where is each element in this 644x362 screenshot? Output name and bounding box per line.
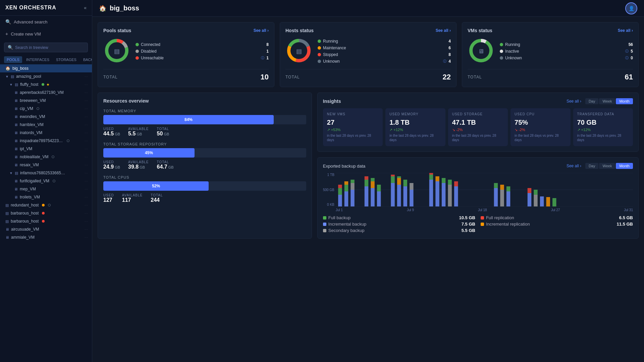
sidebar-item-fluffy-host[interactable]: ▼ ▤ fluffy_host ★ ··· — [0, 80, 92, 88]
svg-rect-42 — [429, 180, 433, 206]
sidebar-item-big-boss[interactable]: 🏠 big_boss — [0, 64, 92, 72]
vms-unknown-dot — [500, 56, 503, 60]
cpus-section: TOTAL CPUS 52% USED 127 AVAILABLE 117 — [103, 175, 306, 203]
tab-pools[interactable]: POOLS — [4, 56, 22, 63]
sidebar-item-amazing-pool[interactable]: ▼ ▤ amazing_pool ··· — [0, 72, 92, 80]
status-circle — [42, 83, 44, 86]
create-vm-action[interactable]: + Create new VM — [0, 28, 92, 40]
sidebar-item-ipt-vm[interactable]: 🖥 ipt_VM ··· — [0, 145, 92, 153]
vm-icon: 🖥 — [14, 187, 18, 191]
treeview-search[interactable]: 🔍 — [4, 43, 88, 52]
collapse-button[interactable]: « — [84, 5, 87, 10]
more-options-icon[interactable]: ··· — [85, 219, 88, 224]
backup-see-all[interactable]: See all › — [567, 164, 581, 168]
item-label: amazing_pool — [16, 74, 41, 79]
more-options-icon[interactable]: ··· — [85, 195, 88, 199]
more-options-icon[interactable]: ··· — [85, 74, 88, 79]
more-options-icon[interactable]: ··· — [85, 146, 88, 151]
sidebar-header: XEN ORCHESTRA « — [0, 0, 92, 16]
sidebar-item-redundant-host[interactable]: ▤ redundant_host ··· — [0, 201, 92, 209]
sidebar-item-ammiale-vm[interactable]: 🖥 ammiale_VM ··· — [0, 233, 92, 241]
backup-week-btn[interactable]: Week — [599, 163, 615, 169]
svg-rect-57 — [506, 191, 510, 206]
resources-insights-row: Resources overview TOTAL MEMORY 84% USED… — [98, 93, 639, 239]
vms-running-label: Running — [505, 42, 627, 47]
sidebar-item-inspadrate-vm[interactable]: 🖥 inspadrate7897542233665532… ··· — [0, 137, 92, 145]
unknown-count: 4 — [448, 59, 451, 64]
more-options-icon[interactable]: ··· — [85, 90, 88, 95]
star-icon: ★ — [46, 82, 50, 87]
more-options-icon[interactable]: ··· — [85, 187, 88, 191]
svg-rect-64 — [546, 197, 550, 206]
svg-rect-48 — [442, 178, 445, 183]
disabled-label: Disabled — [141, 49, 264, 54]
more-options-icon[interactable]: ··· — [85, 179, 88, 183]
sidebar-item-cip-vm[interactable]: 🖥 cip_VM ··· — [0, 105, 92, 113]
svg-rect-22 — [351, 183, 354, 190]
sidebar-item-furificigalled-vm[interactable]: 🖥 furificigalled_VM ··· — [0, 177, 92, 185]
more-options-icon[interactable]: ··· — [85, 203, 88, 207]
more-options-icon[interactable]: ··· — [85, 171, 88, 175]
more-options-icon[interactable]: ··· — [85, 122, 88, 127]
sidebar-item-troilets-vm[interactable]: 🖥 troilets_VM ··· — [0, 193, 92, 201]
tab-interfaces[interactable]: INTERFACES — [23, 56, 52, 63]
more-options-icon[interactable]: ··· — [85, 211, 88, 216]
more-options-icon[interactable]: ··· — [85, 227, 88, 232]
insight-used-storage: USED STORAGE 47.1 TB ↘ -2% in the last 2… — [448, 108, 508, 146]
insights-see-all[interactable]: See all › — [567, 99, 581, 104]
host-server-icon: ▤ — [296, 48, 302, 55]
backup-month-btn[interactable]: Month — [616, 163, 633, 169]
sidebar-item-noblealilate-vm[interactable]: 🖥 noblealilate_VM ··· — [0, 153, 92, 161]
sidebar-item-aircusuade-vm[interactable]: 🖥 aircusuade_VM ··· — [0, 225, 92, 233]
insights-month-btn[interactable]: Month — [616, 98, 633, 104]
vm-icon: 🖥 — [14, 195, 18, 199]
more-options-icon[interactable]: ··· — [85, 98, 88, 103]
status-red — [42, 220, 45, 223]
sidebar-item-infamous-host[interactable]: ▼ ▤ infamous76802533665684120543_h… ··· — [0, 169, 92, 177]
sidebar-item-harriblex-vm[interactable]: 🖥 harriblex_VM ··· — [0, 121, 92, 129]
more-options-icon[interactable]: ··· — [85, 106, 88, 111]
disabled-dot — [136, 50, 139, 53]
vm-icon: 🖥 — [14, 99, 18, 103]
storage-total: TOTAL 64.7 GB — [157, 160, 174, 170]
user-avatar[interactable]: 👤 — [625, 2, 637, 14]
sidebar-item-barbarous-host2[interactable]: ▤ barbarous_host ··· — [0, 217, 92, 225]
vm-icon: 🖥 — [5, 235, 9, 239]
vms-see-all[interactable]: See all › — [618, 28, 633, 33]
sidebar-item-breeween-vm[interactable]: 🖥 breeween_VM ··· — [0, 97, 92, 105]
backup-day-btn[interactable]: Day — [585, 163, 599, 169]
more-options-icon[interactable]: ··· — [85, 155, 88, 159]
item-label: cip_VM — [20, 106, 33, 111]
advanced-search-label: Advanced search — [14, 19, 47, 24]
backup-controls: See all › Day Week Month — [567, 163, 633, 169]
advanced-search-action[interactable]: 🔍 Advanced search — [0, 16, 92, 28]
insights-week-btn[interactable]: Week — [599, 98, 615, 104]
item-label: barbarous_host — [11, 211, 39, 216]
sidebar-item-barbarous-host1[interactable]: ▤ barbarous_host ··· — [0, 209, 92, 217]
sidebar-item-mep-vm[interactable]: 🖥 mep_VM ··· — [0, 185, 92, 193]
sidebar-item-resaix-vm[interactable]: 🖥 resaix_VM ··· — [0, 161, 92, 169]
sidebar-item-apererbacks-vm[interactable]: 🖥 apererbacks627190_VM ··· — [0, 88, 92, 97]
sidebar-item-inatords-vm[interactable]: 🖥 inatords_VM ··· — [0, 129, 92, 137]
pools-total: TOTAL 10 — [103, 69, 269, 81]
insights-day-btn[interactable]: Day — [585, 98, 599, 104]
sidebar-item-ewondles-vm[interactable]: 🖥 ewondles_VM ··· — [0, 113, 92, 121]
svg-rect-46 — [435, 176, 439, 181]
more-options-icon[interactable]: ··· — [85, 163, 88, 167]
search-input[interactable] — [15, 45, 84, 50]
chevron-icon: ▼ — [5, 75, 9, 78]
more-options-icon[interactable]: ··· — [85, 235, 88, 240]
more-options-icon[interactable]: ··· — [85, 114, 88, 119]
svg-rect-36 — [397, 178, 401, 185]
more-options-icon[interactable]: ··· — [85, 138, 88, 143]
memory-used: USED 44.5 GB — [103, 127, 120, 137]
legend-running: Running 4 — [318, 39, 451, 44]
tab-storages[interactable]: STORAGES — [53, 56, 79, 63]
more-options-icon[interactable]: ··· — [85, 130, 88, 135]
item-label: infamous76802533665684120543_h… — [20, 171, 67, 175]
server-icon: ▤ — [114, 48, 120, 55]
hosts-see-all[interactable]: See all › — [436, 28, 451, 33]
tab-backups[interactable]: BACKUPS — [80, 56, 92, 63]
more-options-icon[interactable]: ··· — [85, 82, 88, 87]
pools-see-all[interactable]: See all › — [254, 28, 269, 33]
